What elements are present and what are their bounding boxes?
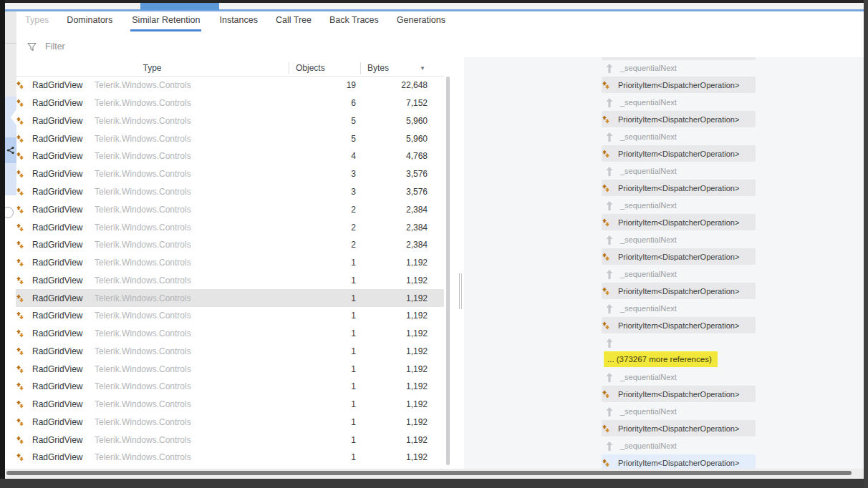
table-row[interactable]: RadGridViewTelerik.Windows.Controls22,38…	[16, 200, 444, 218]
filter-control[interactable]: Filter	[27, 42, 65, 52]
type-namespace: Telerik.Windows.Controls	[95, 364, 191, 374]
type-icon	[16, 400, 24, 409]
up-arrow-icon	[606, 167, 613, 176]
table-row[interactable]: RadGridViewTelerik.Windows.Controls33,57…	[16, 165, 444, 183]
tab-instances[interactable]: Instances	[219, 15, 258, 31]
tab-back-traces[interactable]: Back Traces	[329, 15, 379, 31]
type-name: RadGridView	[32, 293, 95, 303]
bytes-value: 1,192	[406, 328, 428, 338]
table-vertical-scrollbar[interactable]	[445, 77, 450, 467]
sort-caret-icon[interactable]: ▼	[420, 65, 425, 72]
table-row[interactable]: RadGridViewTelerik.Windows.Controls11,19…	[16, 449, 444, 467]
rail-selected-notch	[11, 109, 16, 125]
graph-node[interactable]: PriorityItem<DispatcherOperation>	[602, 317, 756, 333]
reference-edge: _sequentialNext	[606, 200, 677, 210]
table-row[interactable]: RadGridViewTelerik.Windows.Controls33,57…	[16, 183, 444, 201]
graph-node[interactable]: PriorityItem<DispatcherOperation>	[602, 145, 756, 162]
timeline-accent-line	[0, 9, 868, 11]
column-separator[interactable]	[289, 62, 289, 74]
objects-count: 2	[351, 240, 356, 250]
type-icon	[16, 205, 24, 214]
edge-field-label: _sequentialNext	[620, 201, 677, 210]
panel-splitter[interactable]	[459, 273, 463, 309]
type-name: RadGridView	[32, 258, 95, 268]
column-header-bytes[interactable]: Bytes	[367, 63, 389, 73]
table-row[interactable]: RadGridViewTelerik.Windows.Controls22,38…	[16, 236, 444, 254]
table-row[interactable]: RadGridViewTelerik.Windows.Controls11,19…	[16, 325, 444, 343]
objects-count: 1	[351, 417, 356, 427]
objects-count: 1	[351, 311, 356, 321]
table-row[interactable]: RadGridViewTelerik.Windows.Controls67,15…	[16, 94, 444, 112]
graph-node-label: PriorityItem<DispatcherOperation>	[618, 184, 739, 192]
left-rail-top-section	[5, 11, 16, 97]
objects-count: 1	[351, 381, 356, 391]
table-row[interactable]: RadGridViewTelerik.Windows.Controls11,19…	[16, 289, 444, 307]
type-namespace: Telerik.Windows.Controls	[95, 381, 191, 391]
graph-node[interactable]: PriorityItem<DispatcherOperation>	[602, 77, 756, 93]
more-references-link[interactable]: ... (373267 more references)	[604, 351, 718, 367]
table-row[interactable]: RadGridViewTelerik.Windows.Controls11,19…	[16, 307, 444, 325]
view-tabs: TypesDominatorsSimilar RetentionInstance…	[25, 15, 445, 34]
table-row[interactable]: RadGridViewTelerik.Windows.Controls11,19…	[16, 342, 444, 360]
objects-count: 2	[351, 205, 356, 215]
graph-node-partial[interactable]	[602, 57, 756, 60]
column-header-objects[interactable]: Objects	[296, 63, 325, 73]
up-arrow-icon	[606, 407, 613, 416]
timeline-strip	[0, 3, 868, 9]
objects-count: 4	[351, 151, 356, 161]
objects-count: 1	[351, 275, 356, 286]
type-name: RadGridView	[32, 205, 95, 215]
graph-node-label: PriorityItem<DispatcherOperation>	[618, 115, 739, 124]
reference-edge: _sequentialNext	[606, 235, 677, 245]
table-row[interactable]: RadGridViewTelerik.Windows.Controls44,76…	[16, 147, 444, 165]
scrollbar-thumb[interactable]	[446, 77, 450, 465]
table-row[interactable]: RadGridViewTelerik.Windows.Controls1922,…	[16, 77, 444, 94]
bytes-value: 1,192	[406, 417, 428, 427]
bytes-value: 1,192	[406, 452, 428, 462]
table-row[interactable]: RadGridViewTelerik.Windows.Controls11,19…	[16, 396, 444, 414]
horizontal-scrollbar[interactable]	[5, 469, 864, 478]
edge-field-label: _sequentialNext	[620, 304, 677, 313]
tab-types[interactable]: Types	[25, 15, 49, 31]
table-row[interactable]: RadGridViewTelerik.Windows.Controls11,19…	[16, 271, 444, 289]
reference-edge: _sequentialNext	[606, 441, 677, 451]
up-arrow-icon	[606, 338, 613, 348]
bytes-value: 5,960	[406, 116, 428, 126]
table-row[interactable]: RadGridViewTelerik.Windows.Controls11,19…	[16, 254, 444, 272]
table-row[interactable]: RadGridViewTelerik.Windows.Controls55,96…	[16, 112, 444, 130]
objects-count: 3	[351, 187, 356, 197]
edge-field-label: _sequentialNext	[620, 132, 677, 141]
type-icon	[602, 424, 610, 433]
type-icon	[602, 321, 610, 330]
table-row[interactable]: RadGridViewTelerik.Windows.Controls55,96…	[16, 130, 444, 147]
tab-similar-retention[interactable]: Similar Retention	[130, 15, 201, 31]
graph-node-label: PriorityItem<DispatcherOperation>	[618, 321, 739, 330]
graph-node-label: PriorityItem<DispatcherOperation>	[618, 150, 739, 158]
graph-node[interactable]: PriorityItem<DispatcherOperation>	[602, 386, 756, 402]
graph-node[interactable]: PriorityItem<DispatcherOperation>	[602, 283, 756, 299]
graph-node[interactable]: PriorityItem<DispatcherOperation>	[602, 180, 756, 196]
graph-node[interactable]: PriorityItem<DispatcherOperation>	[602, 111, 756, 127]
type-icon	[16, 347, 24, 356]
scrollbar-thumb[interactable]	[6, 471, 852, 475]
rail-similar-retention-tile[interactable]	[5, 137, 16, 163]
graph-node[interactable]: PriorityItem<DispatcherOperation>	[602, 214, 756, 230]
table-row[interactable]: RadGridViewTelerik.Windows.Controls11,19…	[16, 431, 444, 449]
timeline-selection-segment[interactable]	[140, 2, 219, 10]
graph-node[interactable]: PriorityItem<DispatcherOperation>	[602, 248, 756, 265]
reference-edge: _sequentialNext	[606, 132, 677, 142]
tab-generations[interactable]: Generations	[397, 15, 445, 31]
column-separator[interactable]	[360, 62, 361, 74]
type-namespace: Telerik.Windows.Controls	[95, 98, 191, 108]
table-row[interactable]: RadGridViewTelerik.Windows.Controls22,38…	[16, 218, 444, 236]
table-row[interactable]: RadGridViewTelerik.Windows.Controls11,19…	[16, 378, 444, 396]
graph-node[interactable]: PriorityItem<DispatcherOperation>	[602, 420, 756, 436]
table-row[interactable]: RadGridViewTelerik.Windows.Controls11,19…	[16, 414, 444, 431]
type-name: RadGridView	[32, 151, 95, 161]
tab-call-tree[interactable]: Call Tree	[276, 15, 312, 31]
table-row[interactable]: RadGridViewTelerik.Windows.Controls11,19…	[16, 360, 444, 378]
column-header-type[interactable]: Type	[16, 63, 289, 73]
type-icon	[16, 365, 24, 374]
tab-dominators[interactable]: Dominators	[67, 15, 112, 31]
type-icon	[16, 276, 24, 285]
